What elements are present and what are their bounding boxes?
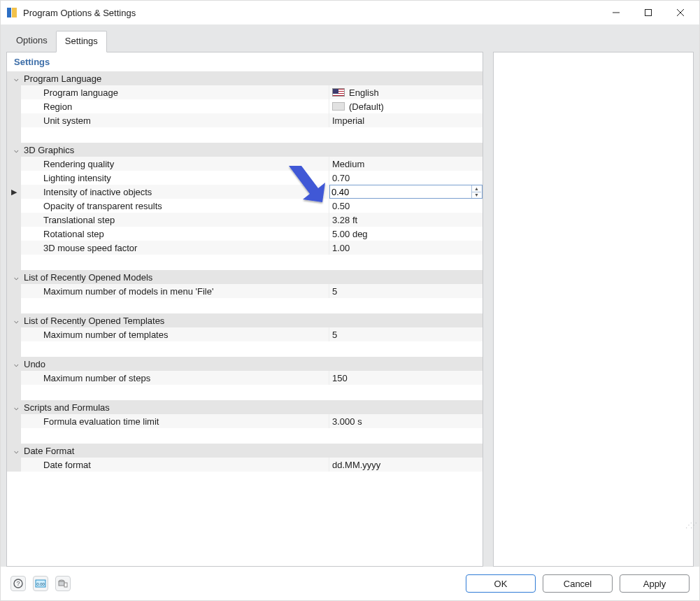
row-marker-icon: ▶	[7, 185, 21, 199]
spinner-down-icon[interactable]: ▼	[471, 192, 481, 199]
inactive-intensity-input[interactable]	[331, 187, 480, 197]
settings-rows: ⌵ Program Language Program language Engl…	[7, 71, 483, 566]
ok-button[interactable]: OK	[466, 574, 536, 593]
prop-region[interactable]: Region (Default)	[7, 99, 483, 113]
prop-lighting-intensity[interactable]: Lighting intensity 0.70	[7, 171, 483, 185]
client-area: Options Settings Settings ⌵ Program Lang…	[1, 24, 699, 567]
units-button[interactable]: 0.00	[33, 576, 48, 591]
window-title: Program Options & Settings	[23, 8, 600, 18]
section-3d-graphics[interactable]: ⌵ 3D Graphics	[7, 143, 483, 157]
dialog-footer: ? 0.00 OK Cancel Apply	[1, 567, 699, 600]
cancel-button[interactable]: Cancel	[543, 574, 613, 593]
svg-text:?: ?	[16, 580, 20, 587]
svg-text:0.00: 0.00	[36, 582, 45, 586]
help-button[interactable]: ?	[10, 576, 26, 591]
prop-inactive-intensity[interactable]: ▶ Intensity of inactive objects ▲▼	[7, 185, 483, 199]
prop-rotational-step[interactable]: Rotational step 5.00 deg	[7, 227, 483, 241]
flag-blank-icon	[332, 102, 345, 111]
minimize-button[interactable]	[600, 2, 632, 23]
svg-rect-3	[645, 10, 652, 16]
spinner-buttons[interactable]: ▲▼	[471, 185, 481, 198]
chevron-down-icon: ⌵	[11, 403, 21, 412]
chevron-down-icon: ⌵	[11, 146, 21, 155]
prop-rendering-quality[interactable]: Rendering quality Medium	[7, 157, 483, 171]
inactive-intensity-spinner[interactable]: ▲▼	[329, 185, 483, 199]
panel-header: Settings	[7, 52, 483, 71]
section-program-language[interactable]: ⌵ Program Language	[7, 71, 483, 85]
flag-us-icon	[332, 88, 345, 97]
prop-max-undo[interactable]: Maximum number of steps 150	[7, 371, 483, 385]
prop-date-format[interactable]: Date format dd.MM.yyyy	[7, 458, 483, 472]
maximize-button[interactable]	[632, 2, 664, 23]
side-panel	[493, 52, 694, 567]
section-date-format[interactable]: ⌵ Date Format	[7, 444, 483, 458]
panels: Settings ⌵ Program Language Program lang…	[6, 52, 694, 567]
section-scripts[interactable]: ⌵ Scripts and Formulas	[7, 400, 483, 414]
prop-max-templates[interactable]: Maximum number of templates 5	[7, 327, 483, 341]
dialog-window: Program Options & Settings Options Setti…	[0, 0, 700, 601]
titlebar: Program Options & Settings	[1, 1, 699, 24]
app-icon	[6, 7, 17, 18]
apply-button[interactable]: Apply	[620, 574, 690, 593]
prop-3d-mouse-speed[interactable]: 3D mouse speed factor 1.00	[7, 241, 483, 255]
svg-rect-12	[59, 581, 64, 586]
section-recent-models[interactable]: ⌵ List of Recently Opened Models	[7, 270, 483, 284]
section-undo[interactable]: ⌵ Undo	[7, 357, 483, 371]
chevron-down-icon: ⌵	[11, 446, 21, 455]
tab-settings[interactable]: Settings	[56, 31, 107, 52]
chevron-down-icon: ⌵	[11, 74, 21, 83]
prop-program-language[interactable]: Program language English	[7, 85, 483, 99]
export-button[interactable]	[55, 576, 71, 591]
close-button[interactable]	[664, 2, 697, 23]
prop-max-models[interactable]: Maximum number of models in menu 'File' …	[7, 284, 483, 298]
resize-grip-icon[interactable]: ⋰⋰	[685, 521, 695, 529]
settings-grid: Settings ⌵ Program Language Program lang…	[6, 52, 483, 567]
tab-options[interactable]: Options	[8, 31, 56, 52]
tab-bar: Options Settings	[8, 30, 694, 52]
prop-translational-step[interactable]: Translational step 3.28 ft	[7, 213, 483, 227]
prop-formula-timelimit[interactable]: Formula evaluation time limit 3.000 s	[7, 414, 483, 428]
section-recent-templates[interactable]: ⌵ List of Recently Opened Templates	[7, 313, 483, 327]
svg-rect-13	[64, 583, 67, 587]
prop-unit-system[interactable]: Unit system Imperial	[7, 113, 483, 127]
chevron-down-icon: ⌵	[11, 360, 21, 369]
svg-rect-1	[12, 8, 17, 17]
prop-opacity-transparent[interactable]: Opacity of transparent results 0.50	[7, 199, 483, 213]
svg-rect-0	[7, 8, 11, 17]
chevron-down-icon: ⌵	[11, 273, 21, 282]
spinner-up-icon[interactable]: ▲	[471, 185, 481, 192]
chevron-down-icon: ⌵	[11, 316, 21, 325]
